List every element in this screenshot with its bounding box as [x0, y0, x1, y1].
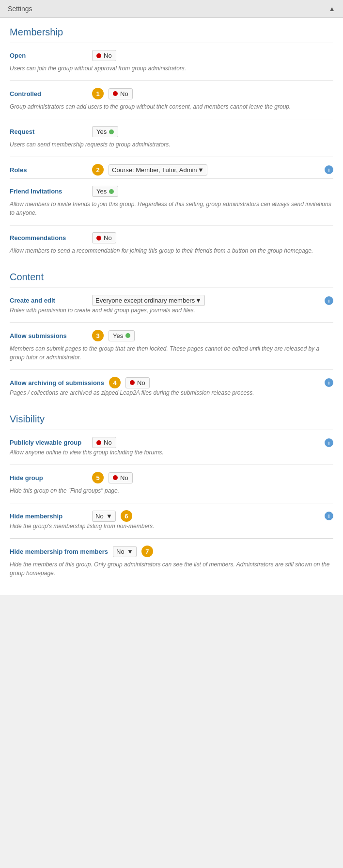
controlled-badge: 1	[92, 88, 104, 99]
hide-membership-from-members-select[interactable]: No Yes	[116, 548, 127, 555]
publicly-viewable-description: Allow anyone online to view this group i…	[10, 448, 333, 462]
hide-membership-from-members-label: Hide membership from members	[10, 548, 108, 555]
controlled-toggle[interactable]: No	[109, 88, 133, 99]
settings-container: Settings ▲ Membership Open No Users can …	[0, 0, 343, 595]
hide-membership-row: Hide membership No Yes ▼ 6 i Hide the gr…	[10, 503, 333, 538]
allow-submissions-label: Allow submissions	[10, 332, 87, 339]
recommendations-description: Allow members to send a recommendation f…	[10, 246, 333, 260]
publicly-viewable-value: No	[104, 439, 112, 446]
allow-archiving-info-icon[interactable]: i	[325, 378, 333, 387]
create-edit-description: Roles with permission to create and edit…	[10, 306, 333, 320]
friend-invitations-dot	[109, 189, 114, 194]
controlled-value: No	[120, 90, 128, 97]
recommendations-toggle[interactable]: No	[92, 232, 116, 243]
hide-membership-select[interactable]: No Yes	[95, 513, 106, 520]
allow-archiving-dot	[130, 380, 135, 385]
hide-membership-description: Hide the group's membership listing from…	[10, 522, 333, 535]
content-title: Content	[10, 263, 333, 288]
friend-invitations-description: Allow members to invite friends to join …	[10, 200, 333, 222]
friend-invitations-toggle[interactable]: Yes	[92, 186, 118, 197]
controlled-dot	[113, 91, 118, 96]
open-description: Users can join the group without approva…	[10, 64, 333, 78]
allow-submissions-badge: 3	[92, 330, 104, 341]
membership-section: Membership Open No Users can join the gr…	[10, 18, 333, 263]
request-label: Request	[10, 128, 87, 135]
publicly-viewable-info-icon[interactable]: i	[325, 438, 333, 447]
open-toggle[interactable]: No	[92, 50, 116, 61]
visibility-section: Visibility Publicly viewable group No i …	[10, 405, 333, 585]
friend-invitations-label: Friend Invitations	[10, 188, 87, 195]
allow-submissions-row: Allow submissions 3 Yes Members can subm…	[10, 323, 333, 370]
request-value: Yes	[96, 128, 107, 135]
chevron-up-icon[interactable]: ▲	[328, 5, 335, 13]
open-value: No	[104, 52, 112, 59]
open-row: Open No Users can join the group without…	[10, 43, 333, 80]
recommendations-dot	[96, 236, 101, 241]
open-dot	[96, 53, 101, 58]
controlled-description: Group administrators can add users to th…	[10, 102, 333, 116]
hide-membership-badge: 6	[121, 510, 132, 522]
roles-badge: 2	[92, 164, 104, 176]
hide-group-value: No	[120, 474, 128, 482]
hide-group-toggle[interactable]: No	[109, 472, 133, 483]
allow-submissions-description: Members can submit pages to the group th…	[10, 344, 333, 367]
hide-membership-from-members-select-wrapper[interactable]: No Yes ▼	[113, 546, 137, 557]
create-edit-select-wrapper[interactable]: Everyone except ordinary members ▼	[92, 295, 205, 306]
hide-group-description: Hide this group on the "Find groups" pag…	[10, 486, 333, 500]
allow-archiving-badge: 4	[109, 377, 121, 388]
friend-invitations-row: Friend Invitations Yes Allow members to …	[10, 179, 333, 225]
hide-membership-select-wrapper[interactable]: No Yes ▼	[92, 511, 116, 522]
create-edit-select[interactable]: Everyone except ordinary members	[95, 297, 195, 304]
request-toggle[interactable]: Yes	[92, 126, 118, 137]
hide-membership-from-members-badge: 7	[141, 546, 153, 557]
recommendations-label: Recommendations	[10, 234, 87, 241]
controlled-row: Controlled 1 No Group administrators can…	[10, 81, 333, 119]
roles-select[interactable]: Course: Member, Tutor, Admin	[112, 166, 198, 174]
create-edit-label: Create and edit	[10, 297, 87, 304]
request-row: Request Yes Users can send membership re…	[10, 119, 333, 157]
request-description: Users can send membership requests to gr…	[10, 140, 333, 154]
publicly-viewable-dot	[96, 440, 101, 445]
main-content: Membership Open No Users can join the gr…	[0, 18, 343, 595]
hide-membership-label: Hide membership	[10, 513, 87, 520]
allow-archiving-toggle[interactable]: No	[125, 377, 150, 388]
allow-submissions-toggle[interactable]: Yes	[109, 330, 135, 341]
allow-submissions-dot	[125, 333, 130, 338]
hide-membership-info-icon[interactable]: i	[325, 512, 333, 520]
hide-group-badge: 5	[92, 472, 104, 483]
roles-select-wrapper[interactable]: Course: Member, Tutor, Admin ▼	[109, 164, 207, 176]
friend-invitations-value: Yes	[96, 188, 107, 195]
hide-membership-from-members-description: Hide the members of this group. Only gro…	[10, 560, 333, 582]
create-edit-info-icon[interactable]: i	[325, 296, 333, 305]
recommendations-value: No	[104, 234, 112, 241]
publicly-viewable-label: Publicly viewable group	[10, 439, 87, 446]
hide-membership-from-members-row: Hide membership from members No Yes ▼ 7 …	[10, 539, 333, 585]
controlled-label: Controlled	[10, 90, 87, 97]
hide-group-dot	[113, 475, 118, 480]
request-dot	[109, 129, 114, 134]
allow-archiving-row: Allow archiving of submissions 4 No i Pa…	[10, 370, 333, 405]
roles-label: Roles	[10, 166, 87, 174]
allow-archiving-value: No	[137, 379, 145, 386]
roles-row: Roles 2 Course: Member, Tutor, Admin ▼ i	[10, 157, 333, 178]
allow-archiving-label: Allow archiving of submissions	[10, 379, 104, 386]
hide-group-label: Hide group	[10, 474, 87, 482]
settings-title: Settings	[8, 5, 32, 13]
content-section: Content Create and edit Everyone except …	[10, 263, 333, 405]
visibility-title: Visibility	[10, 405, 333, 430]
publicly-viewable-row: Publicly viewable group No i Allow anyon…	[10, 430, 333, 465]
membership-title: Membership	[10, 18, 333, 43]
allow-archiving-description: Pages / collections are archived as zipp…	[10, 388, 333, 402]
recommendations-row: Recommendations No Allow members to send…	[10, 225, 333, 263]
roles-info-icon[interactable]: i	[325, 165, 333, 174]
create-edit-row: Create and edit Everyone except ordinary…	[10, 288, 333, 322]
hide-group-row: Hide group 5 No Hide this group on the "…	[10, 465, 333, 503]
settings-header: Settings ▲	[0, 0, 343, 18]
allow-submissions-value: Yes	[113, 332, 123, 339]
open-label: Open	[10, 52, 87, 59]
publicly-viewable-toggle[interactable]: No	[92, 437, 116, 448]
